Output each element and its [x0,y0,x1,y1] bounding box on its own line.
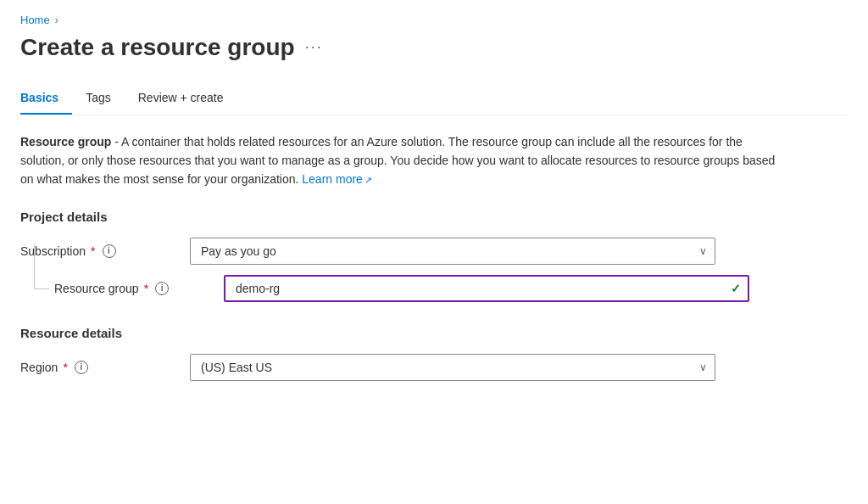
subscription-info-icon[interactable]: i [103,244,116,258]
subscription-select[interactable]: Pay as you go [190,238,715,265]
subscription-row: Subscription* i Pay as you go ∨ [20,238,848,265]
project-details-title: Project details [20,210,848,224]
more-options-button[interactable]: ··· [305,38,323,56]
description-text: - A container that holds related resourc… [20,135,775,187]
resource-group-label: Resource group* i [54,282,224,295]
region-select[interactable]: (US) East US [190,354,715,381]
subscription-label: Subscription* i [20,244,190,258]
page-header: Create a resource group ··· [20,33,848,62]
connector-lines [34,275,51,302]
page-container: Home › Create a resource group ··· Basic… [0,0,868,504]
description-block: Resource group - A container that holds … [20,132,783,189]
breadcrumb-separator: › [55,14,58,26]
region-row: Region* i (US) East US ∨ [20,354,848,381]
region-control-wrapper: (US) East US ∨ [190,354,715,381]
resource-group-input-wrapper: ✓ [224,275,749,302]
tab-review-create[interactable]: Review + create [138,82,237,115]
resource-group-required: * [144,282,148,295]
region-required: * [63,361,67,374]
learn-more-label: Learn more [302,172,363,186]
description-bold: Resource group [20,135,111,148]
resource-group-control-wrapper: ✓ [224,275,749,302]
region-label-text: Region [20,361,58,374]
subscription-select-wrapper: Pay as you go ∨ [190,238,715,265]
resource-group-label-text: Resource group [54,282,139,295]
breadcrumb-home-link[interactable]: Home [20,14,50,26]
tabs-container: Basics Tags Review + create [20,82,848,115]
resource-details-section: Resource details Region* i (US) East US … [20,326,848,381]
breadcrumb: Home › [20,14,848,26]
resource-details-title: Resource details [20,326,848,340]
resource-group-info-icon[interactable]: i [155,282,169,295]
external-link-icon: ↗ [364,175,372,185]
region-select-wrapper: (US) East US ∨ [190,354,715,381]
subscription-control-wrapper: Pay as you go ∨ [190,238,715,265]
project-details-section: Project details Subscription* i Pay as y… [20,210,848,302]
resource-group-row: Resource group* i ✓ [20,275,848,302]
tab-basics[interactable]: Basics [20,82,72,115]
learn-more-link[interactable]: Learn more↗ [302,172,372,186]
subscription-label-text: Subscription [20,244,86,258]
page-title: Create a resource group [20,33,295,62]
tab-tags[interactable]: Tags [86,82,125,115]
region-label: Region* i [20,361,190,374]
subscription-required: * [91,244,95,258]
region-info-icon[interactable]: i [75,361,88,374]
resource-group-valid-icon: ✓ [731,282,741,295]
resource-group-input[interactable] [224,275,749,302]
